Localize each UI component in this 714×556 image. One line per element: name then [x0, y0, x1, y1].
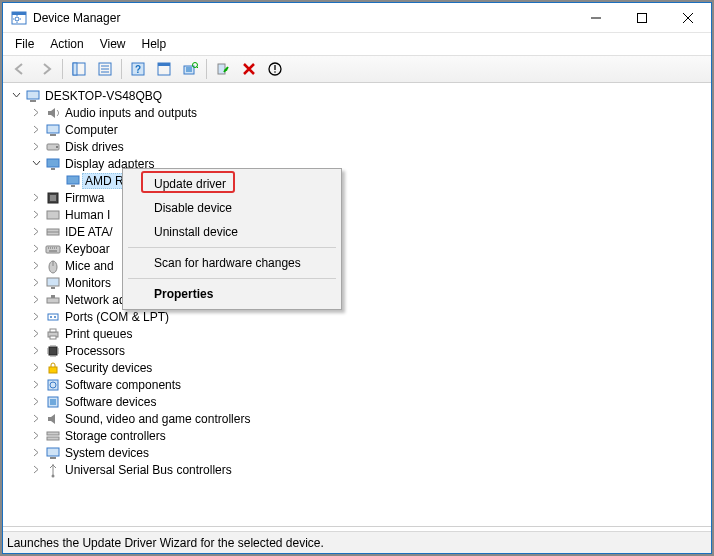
tree-item[interactable]: System devices	[9, 444, 711, 461]
tree-item[interactable]: Network adapters	[9, 291, 711, 308]
firmware-icon	[45, 190, 61, 206]
tree-item-label: Sound, video and game controllers	[65, 412, 250, 426]
tree-item-label: Disk drives	[65, 140, 124, 154]
chevron-right-icon[interactable]	[29, 208, 43, 222]
display-icon	[65, 173, 81, 189]
tree-item[interactable]: Storage controllers	[9, 427, 711, 444]
svg-rect-1	[12, 12, 26, 15]
scan-button[interactable]	[178, 57, 202, 81]
svg-rect-3	[638, 13, 647, 22]
tree-item[interactable]: Sound, video and game controllers	[9, 410, 711, 427]
computer-icon	[45, 122, 61, 138]
tree-item[interactable]: Firmwa	[9, 189, 711, 206]
svg-point-16	[274, 71, 276, 73]
statusbar-text: Launches the Update Driver Wizard for th…	[7, 536, 324, 550]
properties-button[interactable]	[93, 57, 117, 81]
svg-rect-31	[46, 246, 60, 253]
chevron-right-icon[interactable]	[29, 446, 43, 460]
statusbar: Launches the Update Driver Wizard for th…	[3, 531, 711, 553]
disable-button[interactable]	[237, 57, 261, 81]
chevron-right-icon[interactable]	[29, 293, 43, 307]
svg-rect-10	[158, 63, 170, 66]
tree-item-gpu[interactable]: AMD Radeon(TM) RX Vega 11 Graphics	[9, 172, 711, 189]
chevron-right-icon[interactable]	[29, 361, 43, 375]
app-icon	[11, 10, 27, 26]
help-button[interactable]: ?	[126, 57, 150, 81]
device-tree[interactable]: DESKTOP-VS48QBQ Audio inputs and outputs…	[3, 83, 711, 527]
chevron-right-icon[interactable]	[29, 463, 43, 477]
menu-help[interactable]: Help	[134, 35, 175, 53]
chevron-right-icon[interactable]	[29, 123, 43, 137]
menu-file[interactable]: File	[7, 35, 42, 53]
svg-rect-17	[27, 91, 39, 99]
svg-rect-26	[71, 185, 75, 187]
tree-item[interactable]: Software components	[9, 376, 711, 393]
tree-item[interactable]: Print queues	[9, 325, 711, 342]
tree-item[interactable]: Security devices	[9, 359, 711, 376]
ctx-properties[interactable]: Properties	[126, 282, 338, 306]
tree-item[interactable]: Human I	[9, 206, 711, 223]
minimize-button[interactable]	[573, 3, 619, 33]
tree-item[interactable]: Monitors	[9, 274, 711, 291]
svg-point-22	[56, 146, 58, 148]
separator	[128, 278, 336, 279]
tree-item[interactable]: Keyboar	[9, 240, 711, 257]
device-manager-window: Device Manager File Action View Help ?	[2, 2, 712, 554]
port-icon	[45, 309, 61, 325]
tree-item[interactable]: Software devices	[9, 393, 711, 410]
tree-item-label: Software components	[65, 378, 181, 392]
chevron-down-icon[interactable]	[29, 157, 43, 171]
chevron-right-icon[interactable]	[29, 412, 43, 426]
menu-view[interactable]: View	[92, 35, 134, 53]
chevron-right-icon[interactable]	[29, 225, 43, 239]
show-hide-tree-button[interactable]	[67, 57, 91, 81]
tree-item-label: Mice and	[65, 259, 114, 273]
ctx-update-driver[interactable]: Update driver	[126, 172, 338, 196]
svg-rect-12	[186, 67, 192, 72]
chevron-right-icon[interactable]	[29, 191, 43, 205]
chevron-right-icon[interactable]	[29, 242, 43, 256]
tree-item-display-adapters[interactable]: Display adapters	[9, 155, 711, 172]
svg-text:?: ?	[135, 64, 141, 75]
chevron-right-icon[interactable]	[29, 259, 43, 273]
chevron-right-icon[interactable]	[29, 140, 43, 154]
printer-icon	[45, 326, 61, 342]
chevron-right-icon[interactable]	[29, 106, 43, 120]
uninstall-button[interactable]	[263, 57, 287, 81]
chevron-right-icon[interactable]	[29, 429, 43, 443]
ctx-disable-device[interactable]: Disable device	[126, 196, 338, 220]
tree-item[interactable]: Ports (COM & LPT)	[9, 308, 711, 325]
tree-item[interactable]: Mice and	[9, 257, 711, 274]
ctx-scan-hardware[interactable]: Scan for hardware changes	[126, 251, 338, 275]
tree-item-label: Audio inputs and outputs	[65, 106, 197, 120]
enable-button[interactable]	[211, 57, 235, 81]
maximize-button[interactable]	[619, 3, 665, 33]
svg-rect-5	[73, 63, 77, 75]
computer-icon	[25, 88, 41, 104]
tree-item-label: Processors	[65, 344, 125, 358]
close-button[interactable]	[665, 3, 711, 33]
chevron-down-icon[interactable]	[9, 89, 23, 103]
separator	[206, 59, 207, 79]
chevron-right-icon[interactable]	[29, 327, 43, 341]
tree-item[interactable]: Universal Serial Bus controllers	[9, 461, 711, 478]
tree-item[interactable]: Computer	[9, 121, 711, 138]
tree-item[interactable]: Disk drives	[9, 138, 711, 155]
hid-icon	[45, 207, 61, 223]
chevron-right-icon[interactable]	[29, 310, 43, 324]
chevron-right-icon[interactable]	[29, 395, 43, 409]
chevron-right-icon[interactable]	[29, 276, 43, 290]
tree-item[interactable]: Audio inputs and outputs	[9, 104, 711, 121]
root-node[interactable]: DESKTOP-VS48QBQ	[9, 87, 711, 104]
action-button[interactable]	[152, 57, 176, 81]
svg-rect-48	[50, 399, 56, 405]
chevron-right-icon[interactable]	[29, 344, 43, 358]
tree-item-label: Universal Serial Bus controllers	[65, 463, 232, 477]
tree-item[interactable]: IDE ATA/	[9, 223, 711, 240]
mouse-icon	[45, 258, 61, 274]
tree-item[interactable]: Processors	[9, 342, 711, 359]
svg-rect-37	[48, 314, 58, 320]
ctx-uninstall-device[interactable]: Uninstall device	[126, 220, 338, 244]
chevron-right-icon[interactable]	[29, 378, 43, 392]
menu-action[interactable]: Action	[42, 35, 91, 53]
